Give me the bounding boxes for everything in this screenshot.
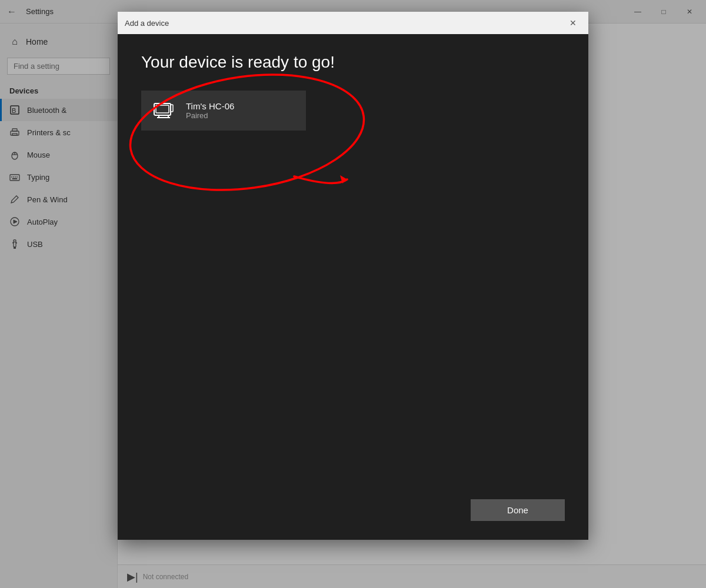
dialog-heading: Your device is ready to go! (141, 53, 565, 72)
done-button[interactable]: Done (471, 499, 565, 521)
device-name: Tim's HC-06 (186, 101, 234, 111)
dialog-close-button[interactable]: ✕ (565, 15, 581, 31)
dialog-body: Your device is ready to go! (118, 34, 588, 540)
dialog-title: Add a device (125, 19, 169, 28)
device-icon-box (151, 98, 176, 123)
device-status: Paired (186, 111, 234, 120)
dialog-titlebar: Add a device ✕ (118, 12, 588, 34)
svg-rect-27 (171, 105, 173, 112)
add-device-dialog: Add a device ✕ Your device is ready to g… (118, 12, 588, 540)
settings-window: ← Settings — □ ✕ ⌂ Home Devices (0, 0, 706, 588)
svg-rect-23 (156, 105, 169, 113)
device-info: Tim's HC-06 Paired (186, 101, 234, 120)
modal-overlay: Add a device ✕ Your device is ready to g… (0, 0, 706, 588)
device-item[interactable]: Tim's HC-06 Paired (141, 91, 306, 131)
device-icon (153, 100, 174, 121)
